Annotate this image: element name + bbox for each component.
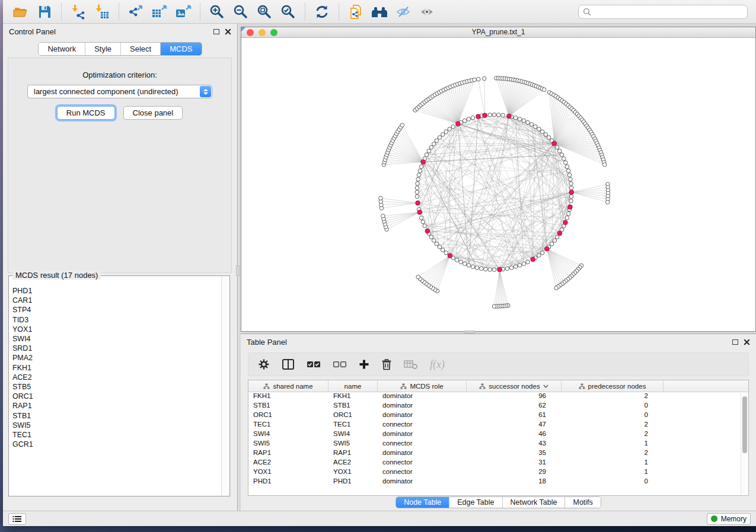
tab-style[interactable]: Style xyxy=(85,43,120,55)
cell-shared-name: RAP1 xyxy=(248,449,328,459)
table-row[interactable]: SWI5SWI5connector431 xyxy=(248,440,748,449)
column-header-shared-name[interactable]: shared name xyxy=(248,380,328,392)
close-panel-icon[interactable] xyxy=(225,28,231,35)
mcds-result-item[interactable]: FKH1 xyxy=(12,363,221,373)
save-session-button[interactable] xyxy=(33,2,56,21)
tab-network-table[interactable]: Network Table xyxy=(502,497,565,508)
table-scrollbar[interactable] xyxy=(741,393,748,495)
mcds-result-scrollbar[interactable] xyxy=(221,277,229,495)
cell-shared-name: FKH1 xyxy=(248,392,328,402)
cell-shared-name: PHD1 xyxy=(248,477,328,487)
show-columns-button[interactable] xyxy=(282,358,295,370)
float-panel-icon[interactable] xyxy=(213,29,219,34)
find-network-button[interactable] xyxy=(368,2,391,21)
table-row[interactable]: TEC1TEC1connector472 xyxy=(248,421,748,430)
column-header-name[interactable]: name xyxy=(328,380,378,392)
run-mcds-button[interactable]: Run MCDS xyxy=(57,106,115,120)
tab-select[interactable]: Select xyxy=(120,43,160,55)
mcds-result-item[interactable]: ORC1 xyxy=(12,392,221,401)
tab-network[interactable]: Network xyxy=(39,43,85,55)
mcds-result-item[interactable]: TID3 xyxy=(12,315,221,325)
table-row[interactable]: PHD1PHD1dominator180 xyxy=(248,477,748,487)
close-panel-button[interactable]: Close panel xyxy=(123,106,183,120)
export-table-button[interactable] xyxy=(148,2,171,21)
column-settings-button[interactable] xyxy=(258,358,270,370)
import-network-icon xyxy=(71,4,86,20)
close-panel-icon[interactable] xyxy=(744,339,750,345)
column-header-MCDS-role[interactable]: MCDS role xyxy=(378,380,467,392)
zoom-out-button[interactable] xyxy=(229,2,253,21)
network-canvas[interactable] xyxy=(241,38,755,331)
task-history-button[interactable] xyxy=(8,513,26,525)
table-row[interactable]: SWI4SWI4dominator462 xyxy=(248,430,748,440)
cell-successor-nodes: 96 xyxy=(467,392,562,402)
mcds-result-item[interactable]: SWI4 xyxy=(12,334,221,344)
search-input[interactable] xyxy=(594,8,743,16)
toolbar-separator xyxy=(61,4,62,20)
mcds-result-item[interactable]: YOX1 xyxy=(12,325,221,334)
zoom-selected-button[interactable] xyxy=(276,2,300,21)
mcds-result-item[interactable]: PMA2 xyxy=(12,353,221,363)
gear-icon xyxy=(258,358,270,370)
table-row[interactable]: ACE2ACE2connector311 xyxy=(248,459,748,468)
export-image-button[interactable] xyxy=(171,2,195,21)
table-tabs: Node TableEdge TableNetwork TableMotifs xyxy=(241,496,756,508)
mcds-result-item[interactable]: CAR1 xyxy=(12,296,221,305)
column-header-label: successor nodes xyxy=(489,383,540,390)
mcds-result-list: PHD1CAR1STP4TID3YOX1SWI4SRD1PMA2FKH1ACE2… xyxy=(12,278,221,495)
duplicate-network-button[interactable] xyxy=(344,2,368,21)
mcds-result-item[interactable]: ACE2 xyxy=(12,373,221,382)
mcds-result-item[interactable]: STB5 xyxy=(12,382,221,392)
mcds-result-item[interactable]: STP4 xyxy=(12,305,221,315)
table-row[interactable]: STB1STB1dominator620 xyxy=(248,402,748,411)
mcds-result-item[interactable]: PHD1 xyxy=(12,286,221,296)
table-row[interactable]: YOX1YOX1connector291 xyxy=(248,468,748,477)
tab-edge-table[interactable]: Edge Table xyxy=(449,497,502,508)
function-builder-button[interactable]: f(x) xyxy=(430,358,445,371)
float-panel-icon[interactable] xyxy=(732,339,738,345)
refresh-button[interactable] xyxy=(310,2,334,21)
table-row[interactable]: FKH1FKH1dominator962 xyxy=(248,392,748,402)
open-folder-icon xyxy=(13,5,28,19)
toolbar-separator xyxy=(119,4,119,20)
cell-shared-name: YOX1 xyxy=(248,468,328,477)
cell-MCDS-role: connector xyxy=(378,468,467,477)
select-all-button[interactable] xyxy=(307,360,321,369)
memory-label: Memory xyxy=(721,515,747,523)
zoom-in-button[interactable] xyxy=(205,2,229,21)
add-row-button[interactable] xyxy=(359,359,369,370)
show-all-button[interactable] xyxy=(415,2,439,21)
mcds-result-item[interactable]: SRD1 xyxy=(12,344,221,353)
cell-predecessor-nodes: 1 xyxy=(562,440,664,449)
mcds-result-item[interactable]: RAP1 xyxy=(12,401,221,411)
zoom-fit-button[interactable] xyxy=(253,2,276,21)
import-network-button[interactable] xyxy=(66,2,90,21)
export-network-button[interactable] xyxy=(124,2,148,21)
import-table-button[interactable] xyxy=(90,2,114,21)
mcds-result-item[interactable]: GCR1 xyxy=(12,440,221,449)
control-panel-title: Control Panel xyxy=(9,27,56,36)
tab-mcds[interactable]: MCDS xyxy=(160,43,201,55)
open-file-button[interactable] xyxy=(9,2,33,21)
table-row[interactable]: RAP1RAP1dominator352 xyxy=(248,449,748,459)
column-header-predecessor-nodes[interactable]: predecessor nodes xyxy=(562,380,664,392)
cell-successor-nodes: 31 xyxy=(467,459,562,468)
tab-motifs[interactable]: Motifs xyxy=(564,497,600,508)
cell-successor-nodes: 43 xyxy=(467,440,562,449)
delete-table-button[interactable] xyxy=(404,359,418,370)
memory-button[interactable]: Memory xyxy=(707,513,751,525)
deselect-all-icon xyxy=(333,360,347,369)
mcds-result-item[interactable]: SWI5 xyxy=(12,421,221,430)
hide-selected-button[interactable] xyxy=(391,2,415,21)
tab-node-table[interactable]: Node Table xyxy=(396,497,449,508)
mcds-result-item[interactable]: STB1 xyxy=(12,411,221,421)
mcds-result-item[interactable]: TEC1 xyxy=(12,430,221,440)
optimization-criterion-select[interactable]: largest connected component (undirected) xyxy=(27,85,212,98)
cell-shared-name: ACE2 xyxy=(248,459,328,468)
delete-row-button[interactable] xyxy=(381,358,392,370)
deselect-all-button[interactable] xyxy=(333,360,347,369)
column-header-successor-nodes[interactable]: successor nodes xyxy=(467,380,562,392)
table-scrollbar-thumb[interactable] xyxy=(742,396,747,453)
vertical-splitter-handle[interactable] xyxy=(236,265,240,276)
table-row[interactable]: ORC1ORC1dominator610 xyxy=(248,411,748,421)
